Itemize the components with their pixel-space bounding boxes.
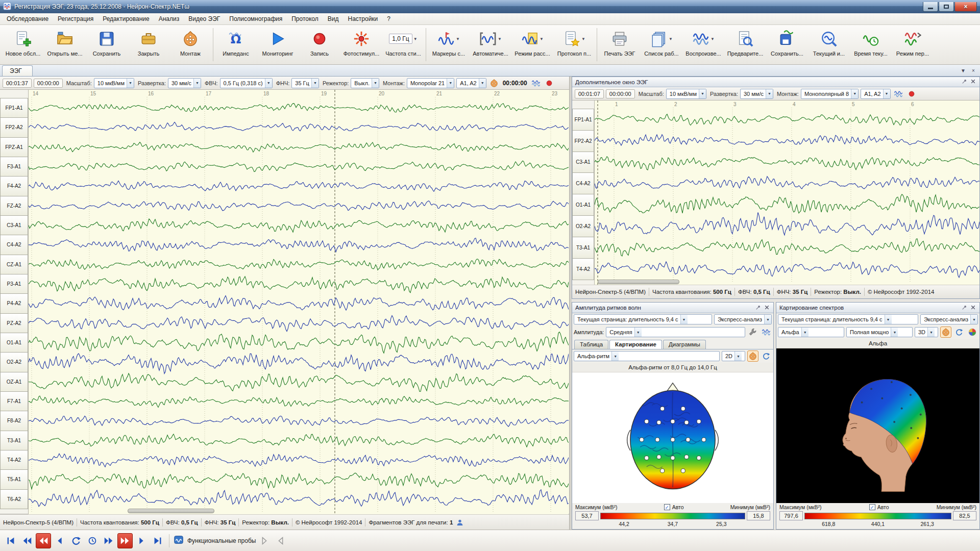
menu-item-4[interactable]: Видео ЭЭГ <box>184 14 225 24</box>
nav-clock-button[interactable] <box>85 533 100 548</box>
menu-item-9[interactable]: ? <box>382 14 395 24</box>
nav-next-page-button[interactable] <box>117 533 133 548</box>
amplitude-tab-Диаграммы[interactable]: Диаграммы <box>663 340 706 349</box>
reference-select[interactable]: A1, A2▼ <box>861 89 890 99</box>
close-icon[interactable] <box>764 304 770 312</box>
auto-checkbox[interactable]: ✓ <box>869 504 875 510</box>
signal-view-button[interactable] <box>893 88 904 99</box>
toolbar-protocol-button[interactable]: ▼Протокол п... <box>553 26 595 63</box>
view-3d-select[interactable]: 3D▼ <box>915 327 938 337</box>
waves-icon[interactable] <box>761 327 772 338</box>
settings-wrench-icon[interactable] <box>747 327 758 338</box>
channel-label-FZ-A2[interactable]: FZ-A2 <box>0 196 28 216</box>
toolbar-worklist-button[interactable]: ▼Список раб... <box>641 26 682 63</box>
pin-icon[interactable] <box>961 304 968 312</box>
channel-label-FPZ-A1[interactable]: FPZ-A1 <box>0 137 28 157</box>
nav-ghost-back-button[interactable] <box>273 533 288 548</box>
channel-label-T5-A1[interactable]: T5-A1 <box>0 469 28 489</box>
toolbar-montage-button[interactable]: Монтаж <box>169 26 211 63</box>
toolbar-time-current-button[interactable]: Время теку... <box>850 26 892 63</box>
eeg-horizontal-scrollbar[interactable] <box>128 509 214 513</box>
channel-label-O1-A1[interactable]: O1-A1 <box>0 333 28 353</box>
menu-item-0[interactable]: Обследование <box>2 14 53 24</box>
scale-select[interactable]: 10 мкВ/мм▼ <box>666 89 706 99</box>
channel-label-OZ-A1[interactable]: OZ-A1 <box>0 372 28 392</box>
close-button[interactable]: × <box>954 2 977 12</box>
close-icon[interactable] <box>970 78 976 86</box>
toolbar-close-exam-button[interactable]: Закрыть <box>128 26 169 63</box>
toolbar-open-exam-button[interactable]: Открыть ме... <box>44 26 86 63</box>
channel-label-T4-A2[interactable]: T4-A2 <box>572 258 594 280</box>
channel-label-F3-A1[interactable]: F3-A1 <box>0 157 28 177</box>
channel-label-P3-A1[interactable]: P3-A1 <box>0 274 28 294</box>
head-map-button[interactable] <box>747 350 758 362</box>
channel-label-F7-A1[interactable]: F7-A1 <box>0 391 28 411</box>
rhythm-select[interactable]: Альфа▼ <box>778 327 844 337</box>
maximize-button[interactable] <box>939 2 954 12</box>
tab-eeg[interactable]: ЭЭГ <box>2 65 33 76</box>
tab-close-button[interactable]: × <box>969 66 978 75</box>
nav-first-button[interactable] <box>3 533 18 548</box>
pin-icon[interactable] <box>961 78 968 86</box>
secondary-trace-area[interactable]: 123456 <box>595 101 979 285</box>
express-analysis-button[interactable]: Экспресс-анализ▼ <box>920 314 978 324</box>
amplitude-select[interactable]: Средняя▼ <box>606 327 745 337</box>
record-indicator[interactable] <box>544 78 555 89</box>
page-selector[interactable]: Текущая страница: длительность 9,4 с▼ <box>574 314 712 324</box>
close-icon[interactable] <box>970 304 976 312</box>
sweep-select[interactable]: 30 мм/с▼ <box>740 89 773 99</box>
menu-item-1[interactable]: Регистрация <box>53 14 98 24</box>
menu-item-5[interactable]: Полисомнография <box>225 14 287 24</box>
channel-label-T4-A2[interactable]: T4-A2 <box>0 450 28 470</box>
view-2d-select[interactable]: 2D▼ <box>722 351 745 361</box>
montage-select[interactable]: Monopolar 21▼ <box>407 78 454 88</box>
nav-next-button[interactable] <box>134 533 149 548</box>
menu-item-6[interactable]: Протокол <box>287 14 323 24</box>
record-indicator[interactable] <box>906 88 917 99</box>
refresh-button[interactable] <box>761 350 772 362</box>
channel-label-P4-A2[interactable]: P4-A2 <box>0 293 28 313</box>
nav-last-button[interactable] <box>150 533 165 548</box>
channel-label-FP2-A2[interactable]: FP2-A2 <box>0 117 28 137</box>
channel-label-FP1-A1[interactable]: FP1-A1 <box>0 98 28 118</box>
channel-label-PZ-A2[interactable]: PZ-A2 <box>0 313 28 333</box>
menu-item-3[interactable]: Анализ <box>154 14 184 24</box>
channel-label-O2-A2[interactable]: O2-A2 <box>572 215 594 237</box>
notch-select[interactable]: Выкл.▼ <box>351 78 379 88</box>
amplitude-tab-Картирование[interactable]: Картирование <box>609 340 662 349</box>
toolbar-save-fragment-button[interactable]: Сохранить... <box>766 26 808 63</box>
menu-item-2[interactable]: Редактирование <box>98 14 154 24</box>
pin-icon[interactable] <box>755 304 762 312</box>
amplitude-tab-Таблица[interactable]: Таблица <box>574 340 608 349</box>
nav-ghost-play-button[interactable] <box>257 533 272 548</box>
toolbar-new-exam-button[interactable]: Новое обсл... <box>2 26 44 63</box>
toolbar-markers-button[interactable]: ▼Маркеры с... <box>428 26 470 63</box>
nav-prev-page-button[interactable] <box>36 533 51 548</box>
montage-head-button[interactable] <box>488 78 500 89</box>
rhythm-select[interactable]: Альфа-ритм▼ <box>574 351 720 361</box>
channel-label-O2-A2[interactable]: O2-A2 <box>0 352 28 372</box>
toolbar-review-mode-button[interactable]: ▼Режим расс... <box>511 26 553 63</box>
toolbar-record-button[interactable]: Запись <box>299 26 340 63</box>
toolbar-preview-button[interactable]: Предварите... <box>724 26 766 63</box>
channel-label-T3-A1[interactable]: T3-A1 <box>0 431 28 450</box>
signal-view-button[interactable] <box>530 78 542 89</box>
channel-label-C4-A2[interactable]: C4-A2 <box>572 172 594 194</box>
channel-label-FP1-A1[interactable]: FP1-A1 <box>572 109 594 131</box>
toolbar-stim-freq-button[interactable]: 1,0 Гц▼Частота сти... <box>382 26 424 63</box>
channel-label-C3-A1[interactable]: C3-A1 <box>572 152 594 173</box>
channel-label-F8-A2[interactable]: F8-A2 <box>0 411 28 431</box>
express-analysis-button[interactable]: Экспресс-анализ▼ <box>714 314 772 324</box>
page-selector[interactable]: Текущая страница: длительность 9,4 с▼ <box>778 314 918 324</box>
toolbar-playback-button[interactable]: ▼Воспроизве... <box>682 26 724 63</box>
channel-label-FP2-A2[interactable]: FP2-A2 <box>572 130 594 152</box>
menu-item-8[interactable]: Настройки <box>343 14 382 24</box>
toolbar-print-button[interactable]: Печать ЭЭГ <box>599 26 641 63</box>
eeg-trace-area[interactable]: 14151617181920212223 <box>29 90 569 514</box>
channel-label-O1-A1[interactable]: O1-A1 <box>572 194 594 216</box>
scale-select[interactable]: 10 мкВ/мм▼ <box>94 78 134 88</box>
nav-rew-button[interactable] <box>19 533 35 548</box>
toolbar-auto-analysis-button[interactable]: ▼Автоматиче... <box>470 26 511 63</box>
refresh-button[interactable] <box>953 327 965 338</box>
toolbar-photostim-button[interactable]: Фотостимул... <box>340 26 382 63</box>
